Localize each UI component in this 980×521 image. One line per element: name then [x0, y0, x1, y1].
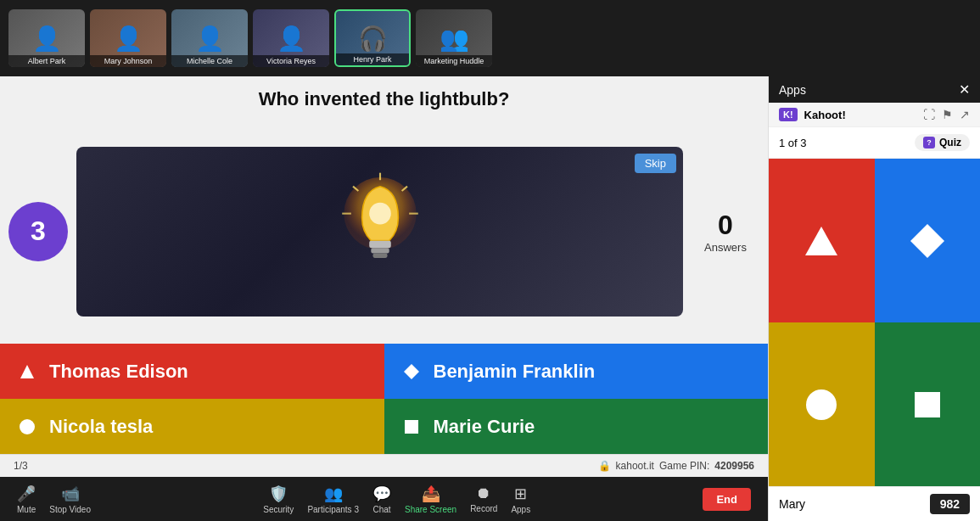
content-area: Who invented the lightbulb? 3 Skip [0, 76, 768, 521]
participants-icon: 👥 [324, 485, 343, 503]
kahoot-bar-name: Kahoot! [804, 109, 916, 121]
right-panel: Apps ✕ K! Kahoot! ⛶ ⚑ ↗ 1 of 3 Quiz [768, 76, 980, 521]
toolbar-right: End [703, 488, 751, 511]
top-bar: 👤 Albert Park 👤 Mary Johnson 👤 Michelle … [0, 0, 980, 76]
security-icon: 🛡️ [269, 485, 288, 503]
color-grid [769, 159, 980, 486]
toolbar-chat[interactable]: 💬 Chat [372, 485, 391, 514]
user-name: Mary [779, 497, 805, 511]
user-score: Mary 982 [769, 486, 980, 521]
share-screen-label: Share Screen [405, 505, 456, 514]
filter-icon[interactable]: ⚑ [942, 108, 953, 121]
triangle-icon [17, 361, 37, 382]
participant-victoria[interactable]: 👤 Victoria Reyes [253, 9, 329, 67]
apps-title: Apps [779, 83, 806, 97]
apps-icon: ⊞ [514, 485, 527, 503]
toolbar-mute[interactable]: 🎤 Mute [17, 485, 36, 514]
toolbar-participants[interactable]: 👥 Participants 3 [307, 485, 359, 514]
svg-rect-2 [369, 240, 391, 248]
lightbulb-svg [329, 164, 431, 300]
quiz-counter: 1 of 3 [779, 137, 807, 149]
close-apps-button[interactable]: ✕ [959, 81, 970, 98]
answer-benjamin-franklin[interactable]: Benjamin Franklin [384, 344, 769, 399]
participant-henry[interactable]: 🎧 Henry Park [334, 9, 411, 67]
quiz-badge-label: Quiz [939, 137, 961, 148]
answers-label: Answers [692, 241, 759, 254]
game-pin-value: 4209956 [714, 460, 754, 472]
game-pin-area: 🔒 kahoot.it Game PIN: 4209956 [598, 460, 754, 472]
participant-michelle[interactable]: 👤 Michelle Cole [171, 9, 248, 67]
toolbar-center: 🛡️ Security 👥 Participants 3 💬 Chat 📤 Sh… [263, 485, 530, 514]
lock-icon: 🔒 [598, 460, 611, 472]
main-area: Who invented the lightbulb? 3 Skip [0, 76, 980, 521]
timer-circle: 3 [8, 202, 68, 261]
page-number: 1/3 [14, 460, 28, 472]
answers-number: 0 [692, 210, 759, 241]
participant-marketing[interactable]: 👥 Marketing Huddle [416, 9, 492, 67]
svg-rect-17 [915, 392, 940, 417]
svg-marker-11 [404, 364, 419, 379]
answer-thomas-text: Thomas Edison [49, 361, 188, 383]
answer-benjamin-text: Benjamin Franklin [434, 361, 596, 383]
end-button[interactable]: End [703, 488, 751, 511]
question-text: Who invented the lightbulb? [17, 88, 751, 110]
answer-nicola-tesla[interactable]: Nicola tesla [0, 399, 384, 454]
skip-button[interactable]: Skip [635, 154, 676, 173]
square-icon [401, 417, 422, 437]
participant-victoria-label: Victoria Reyes [253, 55, 329, 67]
color-cell-red[interactable] [769, 159, 875, 322]
color-cell-yellow[interactable] [769, 322, 875, 486]
answers-count: 0 Answers [692, 210, 759, 254]
toolbar-apps[interactable]: ⊞ Apps [511, 485, 530, 514]
answer-nicola-text: Nicola tesla [49, 416, 153, 438]
answer-marie-curie[interactable]: Marie Curie [384, 399, 769, 454]
toolbar-left: 🎤 Mute 📹 Stop Video [17, 485, 91, 514]
triangle-shape [800, 220, 843, 262]
apps-header: Apps ✕ [769, 76, 980, 103]
toolbar-security[interactable]: 🛡️ Security [263, 485, 294, 514]
toolbar: 🎤 Mute 📹 Stop Video 🛡️ Security 👥 Partic… [0, 477, 768, 521]
mute-icon: 🎤 [17, 485, 36, 503]
kahoot-logo: K! [779, 108, 798, 121]
stop-video-label: Stop Video [49, 505, 91, 514]
svg-marker-14 [805, 227, 837, 255]
external-icon[interactable]: ↗ [960, 108, 970, 121]
diamond-icon [401, 361, 422, 382]
color-cell-green[interactable] [875, 322, 981, 486]
participant-marketing-label: Marketing Huddle [416, 55, 492, 67]
kahoot-bar-icons: ⛶ ⚑ ↗ [923, 108, 970, 121]
svg-point-1 [369, 202, 391, 224]
svg-rect-4 [372, 253, 387, 257]
mute-label: Mute [17, 505, 36, 514]
record-label: Record [470, 504, 497, 513]
game-pin-text: Game PIN: [659, 460, 709, 472]
participant-albert[interactable]: 👤 Albert Park [8, 9, 85, 67]
video-icon: 📹 [61, 485, 80, 503]
square-shape [906, 384, 949, 426]
expand-icon[interactable]: ⛶ [923, 108, 935, 121]
toolbar-record[interactable]: ⏺ Record [470, 485, 497, 513]
participant-mary[interactable]: 👤 Mary Johnson [90, 9, 166, 67]
kahoot-bar: K! Kahoot! ⛶ ⚑ ↗ [769, 103, 980, 127]
question-body: 3 Skip [0, 119, 768, 344]
svg-marker-10 [20, 365, 34, 378]
participant-albert-label: Albert Park [8, 55, 85, 67]
participant-michelle-label: Michelle Cole [171, 55, 248, 67]
toolbar-stop-video[interactable]: 📹 Stop Video [49, 485, 91, 514]
svg-marker-15 [910, 224, 944, 258]
toolbar-share-screen[interactable]: 📤 Share Screen [405, 485, 456, 514]
kahoot-it-label: kahoot.it [616, 460, 654, 472]
answer-thomas-edison[interactable]: Thomas Edison [0, 344, 384, 399]
quiz-badge: Quiz [915, 134, 970, 151]
diamond-shape [906, 220, 949, 262]
score-badge: 982 [930, 494, 970, 514]
participant-henry-label: Henry Park [336, 53, 409, 65]
circle-shape [800, 384, 843, 426]
answer-marie-text: Marie Curie [434, 416, 535, 438]
record-icon: ⏺ [476, 485, 491, 502]
answer-grid: Thomas Edison Benjamin Franklin Nicola t… [0, 344, 768, 454]
color-cell-blue[interactable] [875, 159, 981, 322]
apps-label: Apps [511, 505, 530, 514]
security-label: Security [263, 505, 294, 514]
svg-rect-3 [371, 248, 389, 253]
